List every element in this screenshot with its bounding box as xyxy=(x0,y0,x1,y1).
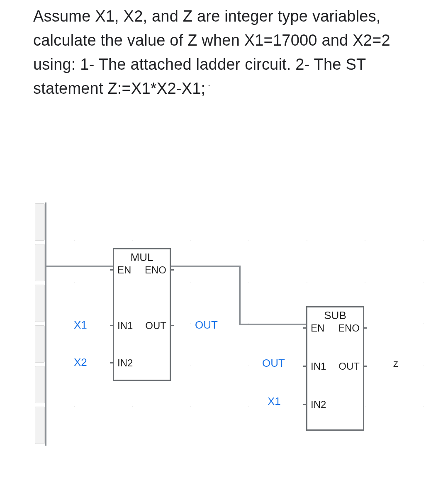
stub xyxy=(170,269,174,271)
stub xyxy=(303,366,307,367)
var-mul-in2: X2 xyxy=(74,356,87,369)
pin-mul-en: EN xyxy=(117,264,131,276)
wire-eno-h1 xyxy=(171,266,241,267)
stub xyxy=(170,325,174,326)
stub xyxy=(363,327,367,329)
power-rail-left xyxy=(35,203,45,446)
block-sub-title: SUB xyxy=(307,309,363,322)
stub xyxy=(110,362,114,363)
wire-eno-h2 xyxy=(239,324,306,325)
wire-rail-to-mul-en xyxy=(46,266,113,267)
stub xyxy=(363,366,367,367)
var-sub-in2: X1 xyxy=(268,395,281,408)
rail-segment xyxy=(35,366,45,403)
pin-sub-en: EN xyxy=(311,322,324,334)
stub xyxy=(303,404,307,405)
var-sub-out: z xyxy=(393,358,398,369)
rail-segment xyxy=(35,285,45,322)
rail-segment xyxy=(35,407,45,444)
rail-bar xyxy=(45,202,46,446)
stub xyxy=(303,327,307,329)
rail-segment xyxy=(35,244,45,281)
pin-mul-out: OUT xyxy=(145,320,166,332)
pin-mul-eno: ENO xyxy=(145,264,166,276)
cursor-tick: ` xyxy=(205,84,211,93)
grid-dots xyxy=(29,203,440,448)
pin-mul-in2: IN2 xyxy=(117,357,133,369)
var-mul-out: OUT xyxy=(195,319,218,332)
rail-segment xyxy=(35,203,45,241)
pin-sub-in2: IN2 xyxy=(311,399,326,410)
pin-sub-in1: IN1 xyxy=(311,361,326,372)
rail-segment xyxy=(35,325,45,363)
var-mul-in1: X1 xyxy=(74,319,87,332)
ladder-diagram: MUL EN ENO IN1 OUT IN2 X1 X2 OUT SUB EN … xyxy=(29,203,440,448)
wire-eno-v xyxy=(239,266,241,325)
pin-sub-eno: ENO xyxy=(338,322,360,334)
block-sub: SUB EN ENO IN1 OUT IN2 xyxy=(306,306,364,431)
question-body: Assume X1, X2, and Z are integer type va… xyxy=(33,7,390,97)
var-sub-in1: OUT xyxy=(262,357,285,370)
stub xyxy=(110,325,114,326)
block-mul-title: MUL xyxy=(114,251,170,264)
block-mul: MUL EN ENO IN1 OUT IN2 xyxy=(113,248,171,381)
pin-sub-out: OUT xyxy=(338,361,360,372)
pin-mul-in1: IN1 xyxy=(117,320,133,332)
question-text: Assume X1, X2, and Z are integer type va… xyxy=(33,4,407,103)
stub xyxy=(110,269,114,271)
